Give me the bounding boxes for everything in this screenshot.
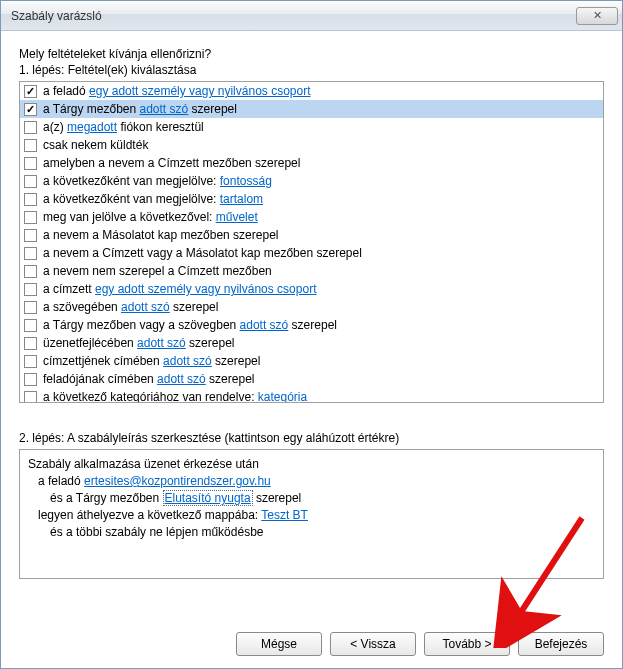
condition-link[interactable]: megadott: [67, 120, 117, 134]
condition-row[interactable]: a következő kategóriához van rendelve: k…: [20, 388, 603, 403]
condition-checkbox[interactable]: [24, 319, 37, 332]
condition-row[interactable]: csak nekem küldték: [20, 136, 603, 154]
cancel-button[interactable]: Mégse: [236, 632, 322, 656]
condition-text: a Tárgy mezőben vagy a szövegben adott s…: [43, 317, 337, 333]
condition-row[interactable]: a feladó egy adott személy vagy nyilváno…: [20, 82, 603, 100]
condition-link[interactable]: adott szó: [137, 336, 186, 350]
condition-text: a feladó egy adott személy vagy nyilváno…: [43, 83, 311, 99]
condition-list[interactable]: a feladó egy adott személy vagy nyilváno…: [19, 81, 604, 403]
condition-text: amelyben a nevem a Címzett mezőben szere…: [43, 155, 300, 171]
condition-checkbox[interactable]: [24, 265, 37, 278]
condition-link[interactable]: adott szó: [157, 372, 206, 386]
rules-wizard-window: Szabály varázsló ✕ Mely feltételeket kív…: [0, 0, 623, 669]
condition-checkbox[interactable]: [24, 355, 37, 368]
button-row: Mégse < Vissza Tovább > Befejezés: [1, 620, 622, 668]
condition-link[interactable]: adott szó: [140, 102, 189, 116]
finish-button[interactable]: Befejezés: [518, 632, 604, 656]
condition-link[interactable]: kategória: [258, 390, 307, 403]
condition-row[interactable]: a Tárgy mezőben vagy a szövegben adott s…: [20, 316, 603, 334]
condition-checkbox[interactable]: [24, 193, 37, 206]
sender-link[interactable]: ertesites@kozpontirendszer.gov.hu: [84, 474, 271, 488]
condition-text: a nevem a Címzett vagy a Másolatot kap m…: [43, 245, 362, 261]
condition-link[interactable]: adott szó: [121, 300, 170, 314]
condition-checkbox[interactable]: [24, 103, 37, 116]
dialog-content: Mely feltételeket kívánja ellenőrizni? 1…: [1, 31, 622, 591]
condition-text: feladójának címében adott szó szerepel: [43, 371, 254, 387]
condition-checkbox[interactable]: [24, 283, 37, 296]
condition-text: a(z) megadott fiókon keresztül: [43, 119, 204, 135]
step1-label: 1. lépés: Feltétel(ek) kiválasztása: [19, 63, 604, 77]
window-title: Szabály varázsló: [11, 9, 576, 23]
condition-checkbox[interactable]: [24, 121, 37, 134]
condition-text: a címzett egy adott személy vagy nyilván…: [43, 281, 316, 297]
close-icon: ✕: [593, 9, 602, 22]
condition-link[interactable]: művelet: [216, 210, 258, 224]
condition-text: a következőként van megjelölve: fontossá…: [43, 173, 272, 189]
condition-checkbox[interactable]: [24, 247, 37, 260]
condition-checkbox[interactable]: [24, 229, 37, 242]
step2-label: 2. lépés: A szabályleírás szerkesztése (…: [19, 431, 604, 445]
condition-row[interactable]: a következőként van megjelölve: fontossá…: [20, 172, 603, 190]
condition-row[interactable]: a nevem a Másolatot kap mezőben szerepel: [20, 226, 603, 244]
condition-row[interactable]: meg van jelölve a következővel: művelet: [20, 208, 603, 226]
subject-words-link[interactable]: Elutasító nyugta: [163, 490, 253, 506]
condition-row[interactable]: a következőként van megjelölve: tartalom: [20, 190, 603, 208]
condition-row[interactable]: a szövegében adott szó szerepel: [20, 298, 603, 316]
condition-text: a következőként van megjelölve: tartalom: [43, 191, 263, 207]
condition-link[interactable]: fontosság: [220, 174, 272, 188]
target-folder-link[interactable]: Teszt BT: [261, 508, 308, 522]
desc-line-stop: és a többi szabály ne lépjen működésbe: [28, 524, 595, 541]
condition-link[interactable]: egy adott személy vagy nyilvános csoport: [95, 282, 316, 296]
back-button[interactable]: < Vissza: [330, 632, 416, 656]
titlebar: Szabály varázsló ✕: [1, 1, 622, 31]
condition-checkbox[interactable]: [24, 139, 37, 152]
condition-checkbox[interactable]: [24, 301, 37, 314]
condition-text: meg van jelölve a következővel: művelet: [43, 209, 258, 225]
condition-text: üzenetfejlécében adott szó szerepel: [43, 335, 234, 351]
condition-text: csak nekem küldték: [43, 137, 148, 153]
condition-text: a nevem a Másolatot kap mezőben szerepel: [43, 227, 278, 243]
desc-line-from: a feladó ertesites@kozpontirendszer.gov.…: [28, 473, 595, 490]
condition-checkbox[interactable]: [24, 391, 37, 404]
condition-checkbox[interactable]: [24, 373, 37, 386]
condition-row[interactable]: címzettjének címében adott szó szerepel: [20, 352, 603, 370]
condition-row[interactable]: üzenetfejlécében adott szó szerepel: [20, 334, 603, 352]
condition-link[interactable]: adott szó: [240, 318, 289, 332]
desc-line-move: legyen áthelyezve a következő mappába: T…: [28, 507, 595, 524]
condition-row[interactable]: feladójának címében adott szó szerepel: [20, 370, 603, 388]
rule-description-box: Szabály alkalmazása üzenet érkezése után…: [19, 449, 604, 579]
next-button[interactable]: Tovább >: [424, 632, 510, 656]
condition-checkbox[interactable]: [24, 85, 37, 98]
condition-checkbox[interactable]: [24, 157, 37, 170]
condition-checkbox[interactable]: [24, 337, 37, 350]
prompt-text: Mely feltételeket kívánja ellenőrizni?: [19, 47, 604, 61]
condition-row[interactable]: a címzett egy adott személy vagy nyilván…: [20, 280, 603, 298]
condition-text: a Tárgy mezőben adott szó szerepel: [43, 101, 237, 117]
condition-checkbox[interactable]: [24, 175, 37, 188]
condition-row[interactable]: a nevem nem szerepel a Címzett mezőben: [20, 262, 603, 280]
condition-row[interactable]: a(z) megadott fiókon keresztül: [20, 118, 603, 136]
condition-text: a szövegében adott szó szerepel: [43, 299, 218, 315]
condition-row[interactable]: amelyben a nevem a Címzett mezőben szere…: [20, 154, 603, 172]
condition-row[interactable]: a Tárgy mezőben adott szó szerepel: [20, 100, 603, 118]
condition-text: a következő kategóriához van rendelve: k…: [43, 389, 307, 403]
close-button[interactable]: ✕: [576, 7, 618, 25]
condition-text: a nevem nem szerepel a Címzett mezőben: [43, 263, 272, 279]
desc-line-subject: és a Tárgy mezőben Elutasító nyugta szer…: [28, 490, 595, 507]
condition-link[interactable]: egy adott személy vagy nyilvános csoport: [89, 84, 310, 98]
condition-link[interactable]: tartalom: [220, 192, 263, 206]
desc-line-apply: Szabály alkalmazása üzenet érkezése után: [28, 456, 595, 473]
condition-row[interactable]: a nevem a Címzett vagy a Másolatot kap m…: [20, 244, 603, 262]
condition-checkbox[interactable]: [24, 211, 37, 224]
condition-text: címzettjének címében adott szó szerepel: [43, 353, 260, 369]
condition-link[interactable]: adott szó: [163, 354, 212, 368]
